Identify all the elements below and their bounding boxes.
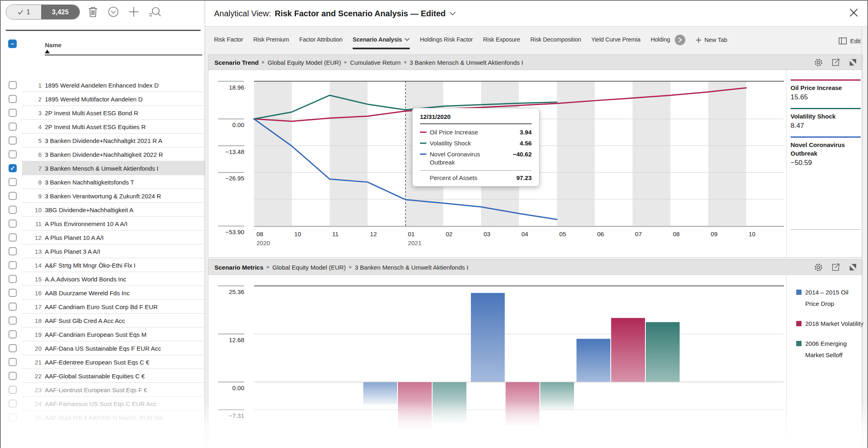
- fund-name[interactable]: 3 Banken Nachhaltigkeitsfonds T: [45, 179, 203, 186]
- fund-name[interactable]: A Plus Environnement 10 A A/I: [45, 220, 203, 227]
- row-checkbox[interactable]: [9, 275, 17, 283]
- list-item[interactable]: 15A.A.Advisors World Bonds Inc: [1, 272, 205, 286]
- list-item[interactable]: 21895 Wereld Multifactor Aandelen D: [1, 92, 205, 106]
- bar-2018-market-volatility[interactable]: [506, 382, 539, 426]
- legend-entry[interactable]: 2018 Market Volatility: [796, 318, 864, 329]
- list-item[interactable]: 20AAF-Dana US Sustainable Eqs F EUR Acc: [1, 341, 205, 355]
- list-item[interactable]: 42P Invest Multi Asset ESG Equities R: [1, 120, 205, 134]
- fund-name[interactable]: 3BG Dividende+Nachhaltigkeit A: [45, 206, 203, 213]
- list-item[interactable]: 53 Banken Dividende+Nachhaltgkt 2021 R A: [1, 134, 205, 147]
- tab-scroll-button[interactable]: [675, 35, 685, 45]
- fund-name[interactable]: AAF Candriam Euro Sust Corp Bd F EUR: [45, 303, 203, 310]
- tab-holding[interactable]: Holding: [651, 36, 670, 44]
- bar-2018-market-volatility[interactable]: [611, 318, 645, 382]
- row-checkbox[interactable]: [9, 136, 17, 145]
- row-checkbox[interactable]: [9, 413, 17, 422]
- fund-name[interactable]: 2P Invest Multi Asset ESG Equities R: [45, 123, 203, 130]
- row-checkbox[interactable]: [9, 95, 17, 103]
- fund-name[interactable]: A&F Strtg Mlt Mngr Öko-Ethi Flx I: [45, 262, 203, 269]
- row-checkbox[interactable]: [9, 386, 17, 394]
- export-button[interactable]: [831, 58, 840, 67]
- fund-name[interactable]: AAF-Parnassus US Sust Eqs C EUR Acc: [45, 400, 203, 407]
- tab-holdings-risk-factor[interactable]: Holdings Risk Factor: [420, 36, 473, 44]
- list-item[interactable]: 103BG Dividende+Nachhaltigkeit A: [1, 203, 205, 217]
- scrollbar-track[interactable]: [861, 26, 862, 448]
- list-item[interactable]: 11A Plus Environnement 10 A A/I: [1, 217, 205, 231]
- row-checkbox[interactable]: [9, 358, 17, 366]
- fund-name[interactable]: 3 Banken Dividende+Nachhaltgkt 2021 R A: [45, 137, 203, 144]
- delete-button[interactable]: [87, 6, 99, 18]
- scenario-metrics-chart[interactable]: 25.3612.680.00−7.31: [208, 275, 862, 448]
- list-item[interactable]: 16AAB Duurzame Wereld Fds Inc: [1, 286, 205, 300]
- row-checkbox[interactable]: [9, 372, 17, 380]
- new-tab-button[interactable]: New Tab: [696, 37, 727, 43]
- list-item[interactable]: 25AAF-Sust Prfl 4 AAPrfds N Nachh. EUR D…: [1, 411, 205, 424]
- tab-risk-exposure[interactable]: Risk Exposure: [483, 36, 520, 44]
- bar-2018-market-volatility[interactable]: [398, 382, 432, 429]
- fund-name[interactable]: AAF-Dana US Sustainable Eqs F EUR Acc: [45, 345, 203, 352]
- add-button[interactable]: [128, 6, 140, 18]
- row-checkbox[interactable]: [9, 400, 17, 408]
- total-count-badge[interactable]: 3,425: [41, 5, 80, 19]
- list-item[interactable]: 18AAF Sust Glb Cred A Acc Acc: [1, 314, 205, 327]
- fund-name[interactable]: 3 Banken Mensch & Umwelt Aktienfonds I: [45, 165, 203, 172]
- view-title[interactable]: Analytical View: Risk Factor and Scenari…: [214, 9, 456, 18]
- fund-name[interactable]: 3 Banken Dividende+Nachhaltigkeit 2022 R: [45, 151, 203, 158]
- tab-risk-decomposition[interactable]: Risk Decomposition: [530, 36, 581, 44]
- fund-name[interactable]: AAF-Liontrust European Sust Eqs F €: [45, 387, 203, 393]
- search-list-button[interactable]: [149, 6, 161, 18]
- list-item[interactable]: 63 Banken Dividende+Nachhaltigkeit 2022 …: [1, 147, 205, 161]
- row-checkbox[interactable]: [9, 233, 17, 242]
- list-item[interactable]: 14A&F Strtg Mlt Mngr Öko-Ethi Flx I: [1, 258, 205, 272]
- select-all-checkbox[interactable]: −: [8, 40, 17, 48]
- row-checkbox[interactable]: [9, 123, 17, 131]
- tab-scenario-analysis[interactable]: Scenario Analysis: [353, 36, 410, 44]
- list-item[interactable]: 24AAF-Parnassus US Sust Eqs C EUR Acc: [1, 397, 205, 411]
- row-checkbox[interactable]: [9, 109, 17, 117]
- legend-entry[interactable]: Oil Price Increase15.65: [791, 79, 861, 101]
- row-checkbox[interactable]: [9, 261, 17, 269]
- fund-name[interactable]: 2P Invest Multi Asset ESG Bond R: [45, 110, 203, 116]
- fund-name[interactable]: AAF-Global Sustainable Equities C €: [45, 373, 203, 380]
- export-button[interactable]: [831, 263, 840, 272]
- row-checkbox[interactable]: [9, 150, 17, 158]
- fund-name[interactable]: AAF-Edentree European Sust Eqs C €: [45, 359, 203, 366]
- tab-factor-attribution[interactable]: Factor Attribution: [299, 36, 342, 44]
- bar-2014-2015-oil-price-drop[interactable]: [576, 339, 610, 382]
- close-button[interactable]: [848, 7, 860, 19]
- row-checkbox[interactable]: [9, 289, 17, 297]
- checked-count[interactable]: 1: [6, 5, 41, 19]
- row-checkbox[interactable]: [9, 81, 17, 89]
- legend-entry[interactable]: 2006 Emerging Market Selloff: [796, 338, 864, 361]
- list-item[interactable]: 22AAF-Global Sustainable Equities C €: [1, 369, 205, 383]
- list-item[interactable]: 23AAF-Liontrust European Sust Eqs F €: [1, 383, 205, 397]
- list-item[interactable]: 93 Banken Verantwortung & Zukunft 2024 R: [1, 189, 205, 203]
- row-checkbox[interactable]: [9, 344, 17, 352]
- bar-2006-emerging-market-selloff[interactable]: [540, 382, 574, 409]
- fund-name[interactable]: A Plus Planet 3 A A/I: [45, 248, 203, 255]
- tab-yield-curve-premia[interactable]: Yield Curve Premia: [591, 36, 641, 44]
- edit-view-button[interactable]: Edit: [839, 37, 861, 44]
- row-checkbox[interactable]: [9, 303, 17, 311]
- fund-name[interactable]: A.A.Advisors World Bonds Inc: [45, 276, 203, 283]
- fund-name[interactable]: AAF-Sust Prfl 4 AAPrfds N Nachh. EUR Dis: [45, 414, 203, 421]
- row-checkbox[interactable]: [9, 330, 17, 338]
- row-checkbox[interactable]: [9, 316, 17, 325]
- fund-name[interactable]: AAF-Candriam European Sust Eqs M: [45, 331, 203, 338]
- row-checkbox[interactable]: [9, 206, 17, 214]
- row-checkbox[interactable]: [9, 247, 17, 255]
- name-column-header[interactable]: Name: [45, 42, 62, 48]
- list-item[interactable]: ✓73 Banken Mensch & Umwelt Aktienfonds I: [1, 161, 205, 175]
- settings-button[interactable]: [814, 58, 823, 67]
- legend-entry[interactable]: Novel Coronavirus Outbreak−50.59: [791, 136, 861, 167]
- list-item[interactable]: 13A Plus Planet 3 A A/I: [1, 244, 205, 258]
- row-checkbox[interactable]: [9, 192, 17, 200]
- legend-entry[interactable]: 2014 – 2015 Oil Price Drop: [796, 287, 864, 310]
- maximize-button[interactable]: [848, 263, 857, 272]
- row-checkbox[interactable]: [9, 178, 17, 186]
- bar-2006-emerging-market-selloff[interactable]: [646, 322, 680, 382]
- fund-name[interactable]: 1895 Wereld Multifactor Aandelen D: [45, 96, 203, 103]
- row-checkbox[interactable]: ✓: [9, 164, 17, 172]
- list-item[interactable]: 19AAF-Candriam European Sust Eqs M: [1, 327, 205, 341]
- row-checkbox[interactable]: [9, 220, 17, 228]
